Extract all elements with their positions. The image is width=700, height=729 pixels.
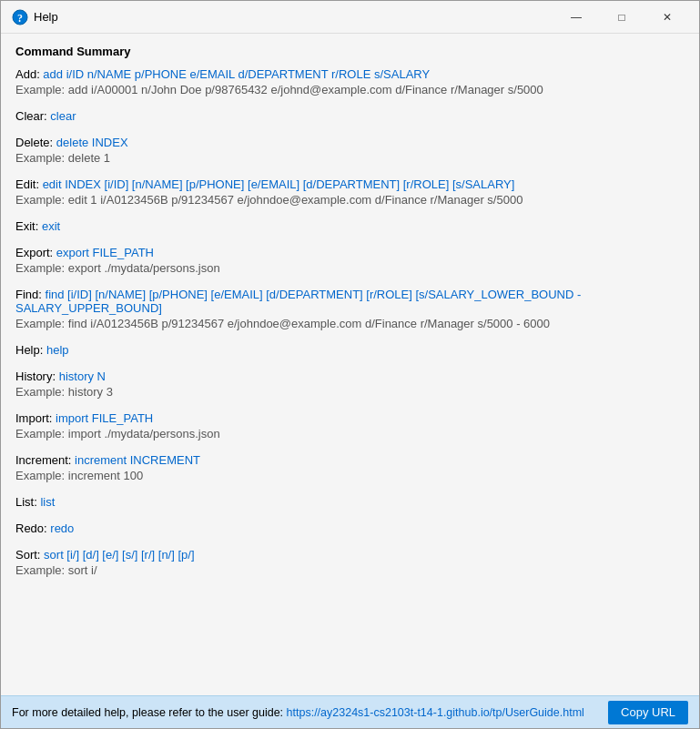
list-title: List: list <box>15 495 685 509</box>
copy-url-button[interactable]: Copy URL <box>608 701 688 724</box>
import-command: import FILE_PATH <box>56 411 153 425</box>
import-example: Example: import ./mydata/persons.json <box>15 427 685 440</box>
delete-label: Delete: <box>15 136 56 149</box>
add-title: Add: add i/ID n/NAME p/PHONE e/EMAIL d/D… <box>15 67 685 81</box>
scroll-content[interactable]: Command Summary Add: add i/ID n/NAME p/P… <box>1 34 699 695</box>
section-history: History: history N Example: history 3 <box>15 370 685 399</box>
add-example: Example: add i/A00001 n/John Doe p/98765… <box>15 83 685 96</box>
find-command: find [i/ID] [n/NAME] [p/PHONE] [e/EMAIL]… <box>15 288 581 315</box>
footer-text: For more detailed help, please refer to … <box>12 706 608 719</box>
edit-command: edit INDEX [i/ID] [n/NAME] [p/PHONE] [e/… <box>43 177 515 191</box>
increment-title: Increment: increment INCREMENT <box>15 453 685 467</box>
increment-command: increment INCREMENT <box>75 453 200 467</box>
export-example: Example: export ./mydata/persons.json <box>15 261 685 275</box>
export-label: Export: <box>15 246 56 259</box>
svg-text:?: ? <box>17 12 23 25</box>
delete-title: Delete: delete INDEX <box>15 136 685 149</box>
minimize-button[interactable]: — <box>555 5 597 30</box>
section-redo: Redo: redo <box>15 521 685 535</box>
increment-label: Increment: <box>15 453 75 467</box>
sort-example: Example: sort i/ <box>15 563 685 577</box>
list-command: list <box>40 495 55 509</box>
export-command: export FILE_PATH <box>56 246 154 259</box>
section-increment: Increment: increment INCREMENT Example: … <box>15 453 685 482</box>
history-example: Example: history 3 <box>15 385 685 399</box>
import-label: Import: <box>15 411 56 425</box>
add-command: add i/ID n/NAME p/PHONE e/EMAIL d/DEPART… <box>43 67 430 81</box>
clear-command: clear <box>50 109 76 123</box>
maximize-button[interactable]: □ <box>601 5 643 30</box>
help-label: Help: <box>15 343 46 357</box>
section-help: Help: help <box>15 343 685 357</box>
help-command: help <box>46 343 69 357</box>
section-exit: Exit: exit <box>15 219 685 233</box>
close-button[interactable]: ✕ <box>646 5 688 30</box>
footer-bar: For more detailed help, please refer to … <box>1 695 699 728</box>
add-label: Add: <box>15 67 43 81</box>
help-window: ? Help — □ ✕ Command Summary Add: add i/… <box>0 0 700 729</box>
delete-example: Example: delete 1 <box>15 151 685 165</box>
exit-title: Exit: exit <box>15 219 685 233</box>
find-label: Find: <box>15 288 46 301</box>
history-command: history N <box>59 370 106 383</box>
history-title: History: history N <box>15 370 685 383</box>
section-add: Add: add i/ID n/NAME p/PHONE e/EMAIL d/D… <box>15 67 685 96</box>
help-title: Help: help <box>15 343 685 357</box>
section-clear: Clear: clear <box>15 109 685 123</box>
history-label: History: <box>15 370 59 383</box>
sort-command: sort [i/] [d/] [e/] [s/] [r/] [n/] [p/] <box>44 548 194 562</box>
clear-label: Clear: <box>15 109 50 123</box>
edit-example: Example: edit 1 i/A0123456B p/91234567 e… <box>15 193 685 207</box>
window-controls: — □ ✕ <box>555 5 688 30</box>
content-area: Command Summary Add: add i/ID n/NAME p/P… <box>1 34 699 695</box>
help-icon: ? <box>12 9 28 25</box>
edit-title: Edit: edit INDEX [i/ID] [n/NAME] [p/PHON… <box>15 177 685 191</box>
user-guide-link[interactable]: https://ay2324s1-cs2103t-t14-1.github.io… <box>287 706 584 719</box>
section-sort: Sort: sort [i/] [d/] [e/] [s/] [r/] [n/]… <box>15 548 685 577</box>
find-example: Example: find i/A0123456B p/91234567 e/j… <box>15 317 685 330</box>
edit-label: Edit: <box>15 177 43 191</box>
command-summary-heading: Command Summary <box>15 45 685 58</box>
section-list: List: list <box>15 495 685 509</box>
section-delete: Delete: delete INDEX Example: delete 1 <box>15 136 685 165</box>
delete-command: delete INDEX <box>56 136 128 149</box>
redo-command: redo <box>50 521 74 535</box>
section-edit: Edit: edit INDEX [i/ID] [n/NAME] [p/PHON… <box>15 177 685 207</box>
export-title: Export: export FILE_PATH <box>15 246 685 259</box>
import-title: Import: import FILE_PATH <box>15 411 685 425</box>
exit-command: exit <box>42 219 60 233</box>
find-title: Find: find [i/ID] [n/NAME] [p/PHONE] [e/… <box>15 288 685 315</box>
redo-title: Redo: redo <box>15 521 685 535</box>
section-import: Import: import FILE_PATH Example: import… <box>15 411 685 440</box>
exit-label: Exit: <box>15 219 42 233</box>
window-title: Help <box>34 10 555 24</box>
section-export: Export: export FILE_PATH Example: export… <box>15 246 685 275</box>
redo-label: Redo: <box>15 521 50 535</box>
sort-label: Sort: <box>15 548 44 562</box>
list-label: List: <box>15 495 40 509</box>
section-find: Find: find [i/ID] [n/NAME] [p/PHONE] [e/… <box>15 288 685 330</box>
clear-title: Clear: clear <box>15 109 685 123</box>
sort-title: Sort: sort [i/] [d/] [e/] [s/] [r/] [n/]… <box>15 548 685 562</box>
title-bar: ? Help — □ ✕ <box>1 1 699 34</box>
increment-example: Example: increment 100 <box>15 469 685 482</box>
